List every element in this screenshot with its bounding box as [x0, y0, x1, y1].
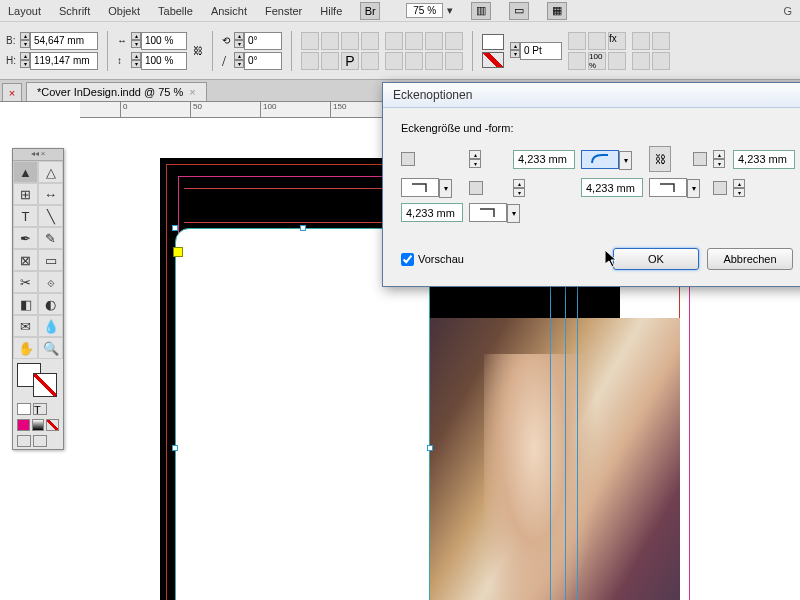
- formatting-container-icon[interactable]: [17, 403, 31, 415]
- stroke-pct[interactable]: 100 %: [588, 52, 606, 70]
- corner-tl-field[interactable]: [513, 150, 575, 169]
- handle-mr[interactable]: [427, 445, 433, 451]
- scale-y-field[interactable]: [141, 52, 187, 70]
- gradient-feather-tool[interactable]: ◐: [38, 293, 63, 315]
- view-options-icon[interactable]: ▥: [471, 2, 491, 20]
- dropdown-icon[interactable]: ▾: [447, 4, 453, 17]
- hand-tool[interactable]: ✋: [13, 337, 38, 359]
- preview-checkbox[interactable]: Vorschau: [401, 253, 464, 266]
- fill-swatch[interactable]: [482, 34, 504, 50]
- preview-view-icon[interactable]: [33, 435, 47, 447]
- menu-ansicht[interactable]: Ansicht: [211, 5, 247, 17]
- align-icon[interactable]: [301, 52, 319, 70]
- cancel-button[interactable]: Abbrechen: [707, 248, 793, 270]
- eyedropper-tool[interactable]: 💧: [38, 315, 63, 337]
- scale-x-field[interactable]: [141, 32, 187, 50]
- bridge-icon[interactable]: Br: [360, 2, 380, 20]
- corner-options-dialog: Eckenoptionen Eckengröße und -form: ▴▾ ▾…: [382, 82, 800, 287]
- line-tool[interactable]: ╲: [38, 205, 63, 227]
- handle-tl[interactable]: [172, 225, 178, 231]
- free-transform-tool[interactable]: ⟐: [38, 271, 63, 293]
- zoom-tool[interactable]: 🔍: [38, 337, 63, 359]
- scale-x-icon: ↔: [117, 35, 127, 46]
- height-field[interactable]: [30, 52, 98, 70]
- stroke-weight-field[interactable]: [520, 42, 562, 60]
- spinner[interactable]: ▴▾: [733, 179, 795, 197]
- rotate-cw-icon[interactable]: [341, 32, 359, 50]
- menu-tabelle[interactable]: Tabelle: [158, 5, 193, 17]
- type-tool[interactable]: T: [13, 205, 38, 227]
- menu-objekt[interactable]: Objekt: [108, 5, 140, 17]
- page-tool[interactable]: ⊞: [13, 183, 38, 205]
- flip-h-icon[interactable]: [301, 32, 319, 50]
- tab-cover[interactable]: *Cover InDesign.indd @ 75 % ×: [26, 82, 207, 101]
- formatting-text-icon[interactable]: T: [33, 403, 47, 415]
- dropdown-icon[interactable]: ▾: [687, 179, 700, 198]
- note-tool[interactable]: ✉: [13, 315, 38, 337]
- flip-v-icon[interactable]: [321, 32, 339, 50]
- close-icon[interactable]: ×: [189, 86, 195, 98]
- zoom-select[interactable]: 75 %: [406, 3, 443, 18]
- corner-tr-field[interactable]: [733, 150, 795, 169]
- corner-tl-icon: [401, 152, 415, 166]
- rotate-ccw-icon[interactable]: [361, 32, 379, 50]
- p-icon[interactable]: P: [341, 52, 359, 70]
- normal-view-icon[interactable]: [17, 435, 31, 447]
- panel-grip[interactable]: ◂◂ ×: [13, 149, 63, 161]
- corner-tl-shape[interactable]: ▾: [581, 150, 619, 169]
- handle-tm[interactable]: [300, 225, 306, 231]
- corner-br-shape[interactable]: ▾: [469, 203, 507, 222]
- stroke-swatch[interactable]: [482, 52, 504, 68]
- ok-button[interactable]: OK: [613, 248, 699, 270]
- corner-tr-icon: [693, 152, 707, 166]
- spinner[interactable]: ▴▾: [713, 150, 727, 168]
- tab-close-other[interactable]: ×: [2, 83, 22, 101]
- pencil-tool[interactable]: ✎: [38, 227, 63, 249]
- corner-bl-field[interactable]: [581, 178, 643, 197]
- selection-tool[interactable]: ▲: [13, 161, 38, 183]
- width-field[interactable]: [30, 32, 98, 50]
- apply-color-icon[interactable]: [17, 419, 30, 431]
- height-label: H:: [6, 55, 16, 66]
- handle-ml[interactable]: [172, 445, 178, 451]
- link-scale-icon[interactable]: ⛓: [193, 45, 203, 56]
- corner-br-field[interactable]: [401, 203, 463, 222]
- corner-tr-shape[interactable]: ▾: [401, 178, 439, 197]
- rectangle-frame-tool[interactable]: ⊠: [13, 249, 38, 271]
- dropdown-icon[interactable]: ▾: [619, 151, 632, 170]
- rectangle-tool[interactable]: ▭: [38, 249, 63, 271]
- distribute-icon[interactable]: [321, 52, 339, 70]
- object-icons: [385, 32, 463, 70]
- screen-mode-icon[interactable]: ▭: [509, 2, 529, 20]
- scissors-tool[interactable]: ✂: [13, 271, 38, 293]
- misc-icon[interactable]: [361, 52, 379, 70]
- apply-none-icon[interactable]: [46, 419, 59, 431]
- menu-schrift[interactable]: Schrift: [59, 5, 90, 17]
- spinner[interactable]: ▴▾: [513, 179, 575, 197]
- corner-bl-shape[interactable]: ▾: [649, 178, 687, 197]
- cover-photo: InDesign-Tr 12 h Video-Training & 8 rein…: [400, 318, 680, 600]
- transform-icons: P: [301, 32, 379, 70]
- apply-gradient-icon[interactable]: [32, 419, 45, 431]
- dropdown-icon[interactable]: ▾: [439, 179, 452, 198]
- control-bar: B: ▴▾ H: ▴▾ ↔ ▴▾ ↕ ▴▾ ⛓ ⟲ ▴▾ ⧸ ▴▾ P ▴▾ f…: [0, 22, 800, 80]
- shear-field[interactable]: [244, 52, 282, 70]
- fill-stroke-proxy[interactable]: [13, 359, 63, 401]
- rotation-field[interactable]: [244, 32, 282, 50]
- direct-selection-tool[interactable]: △: [38, 161, 63, 183]
- spinner[interactable]: ▴▾: [469, 150, 507, 168]
- dialog-title: Eckenoptionen: [383, 83, 800, 108]
- arrange-icon[interactable]: ▦: [547, 2, 567, 20]
- link-corners-icon[interactable]: ⛓: [649, 146, 671, 172]
- menu-right: G: [783, 5, 792, 17]
- gap-tool[interactable]: ↔: [38, 183, 63, 205]
- pen-tool[interactable]: ✒: [13, 227, 38, 249]
- corner-indicator[interactable]: [173, 247, 183, 257]
- stroke-proxy[interactable]: [33, 373, 57, 397]
- gradient-swatch-tool[interactable]: ◧: [13, 293, 38, 315]
- menu-fenster[interactable]: Fenster: [265, 5, 302, 17]
- text-wrap-icons: [632, 32, 670, 70]
- dropdown-icon[interactable]: ▾: [507, 204, 520, 223]
- menu-hilfe[interactable]: Hilfe: [320, 5, 342, 17]
- menu-layout[interactable]: Layout: [8, 5, 41, 17]
